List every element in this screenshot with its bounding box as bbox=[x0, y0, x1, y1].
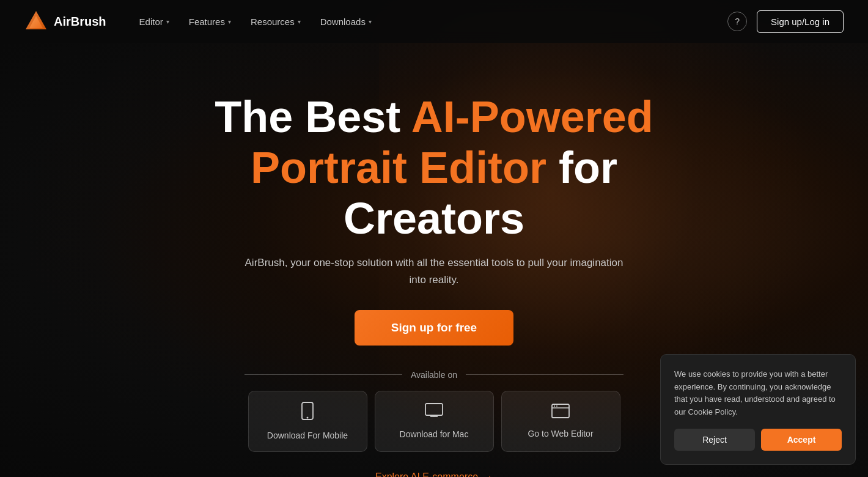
mobile-card-label: Download For Mobile bbox=[267, 431, 348, 440]
svg-point-3 bbox=[307, 417, 309, 419]
divider-left bbox=[245, 374, 402, 375]
signup-button[interactable]: Sign up for free bbox=[355, 310, 513, 346]
available-section: Available on bbox=[245, 370, 623, 380]
available-label: Available on bbox=[411, 370, 457, 380]
chevron-down-icon: ▾ bbox=[369, 18, 372, 25]
cookie-banner: We use cookies to provide you with a bet… bbox=[660, 354, 856, 465]
chevron-down-icon: ▾ bbox=[298, 18, 301, 25]
chevron-down-icon: ▾ bbox=[166, 18, 169, 25]
web-editor-label: Go to Web Editor bbox=[528, 429, 593, 438]
cookie-buttons: Reject Accept bbox=[674, 429, 842, 451]
nav-item-editor[interactable]: Editor ▾ bbox=[131, 12, 178, 32]
browser-icon bbox=[551, 404, 570, 423]
nav-logo[interactable]: AirBrush bbox=[24, 10, 106, 33]
cookie-accept-button[interactable]: Accept bbox=[761, 429, 842, 451]
download-mobile-card[interactable]: Download For Mobile bbox=[248, 391, 367, 452]
cookie-text: We use cookies to provide you with a bet… bbox=[674, 368, 842, 419]
divider-right bbox=[466, 374, 623, 375]
explore-label: Explore AI E-commerce bbox=[375, 471, 478, 477]
chevron-down-icon: ▾ bbox=[228, 18, 231, 25]
explore-link[interactable]: Explore AI E-commerce → bbox=[375, 471, 493, 477]
web-editor-card[interactable]: Go to Web Editor bbox=[501, 391, 620, 452]
help-button[interactable]: ? bbox=[727, 12, 747, 31]
hero-subtitle: AirBrush, your one-stop solution with al… bbox=[238, 254, 630, 287]
navbar: AirBrush Editor ▾ Features ▾ Resources ▾… bbox=[0, 0, 868, 43]
desktop-icon bbox=[425, 403, 443, 423]
nav-links: Editor ▾ Features ▾ Resources ▾ Download… bbox=[131, 12, 728, 32]
cookie-reject-button[interactable]: Reject bbox=[674, 429, 755, 451]
explore-arrow-icon: → bbox=[483, 471, 493, 477]
nav-right: ? Sign up/Log in bbox=[727, 10, 844, 33]
logo-icon bbox=[24, 10, 48, 33]
svg-rect-4 bbox=[425, 404, 443, 415]
download-cards: Download For Mobile Download for Mac bbox=[248, 391, 620, 452]
hero-title: The Best AI-Powered Portrait Editor for … bbox=[159, 92, 709, 243]
nav-item-features[interactable]: Features ▾ bbox=[180, 12, 240, 32]
nav-item-downloads[interactable]: Downloads ▾ bbox=[312, 12, 380, 32]
signin-button[interactable]: Sign up/Log in bbox=[757, 10, 844, 33]
mac-card-label: Download for Mac bbox=[400, 429, 469, 439]
svg-point-10 bbox=[556, 405, 557, 407]
brand-name: AirBrush bbox=[54, 15, 106, 29]
nav-item-resources[interactable]: Resources ▾ bbox=[242, 12, 309, 32]
download-mac-card[interactable]: Download for Mac bbox=[375, 391, 494, 452]
hero-title-part1: The Best bbox=[215, 92, 411, 141]
mobile-icon bbox=[300, 402, 315, 424]
svg-point-9 bbox=[554, 405, 555, 407]
